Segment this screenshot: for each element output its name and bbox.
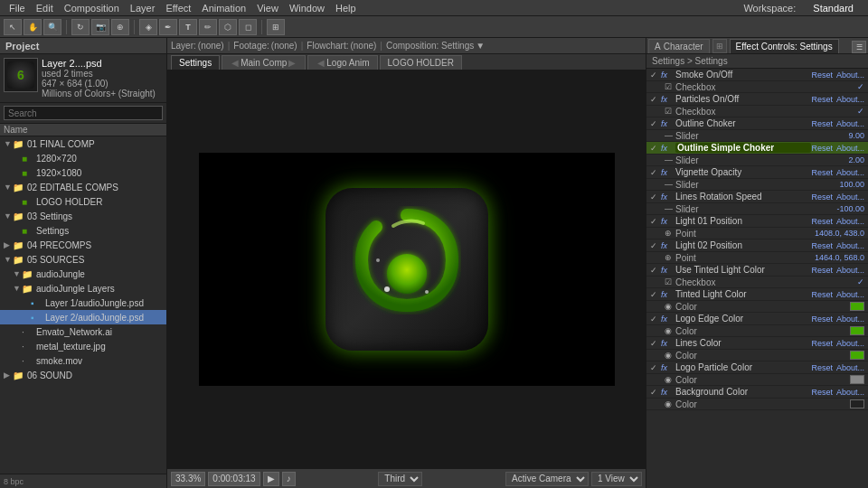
menu-animation[interactable]: Animation [196,3,251,14]
tree-item[interactable]: ■LOGO HOLDER [0,194,166,209]
effect-sub-row[interactable]: ◉ Color [646,325,868,337]
effect-about-btn[interactable]: About... [836,192,864,202]
menu-help[interactable]: Help [330,3,362,14]
tree-item[interactable]: ▼📁01 FINAL COMP [0,136,166,151]
menu-view[interactable]: View [251,3,284,14]
effect-visibility[interactable]: ✓ [650,314,661,324]
effect-sub-row[interactable]: ☑ Checkbox ✓ [646,106,868,117]
effect-about-btn[interactable]: About... [836,144,864,153]
effect-header-row[interactable]: ✓ fx Light 02 Position Reset About... [646,239,868,252]
toolbar-pan[interactable]: ⊕ [111,19,129,35]
effect-sub-row[interactable]: — Slider 100.00 [646,179,868,191]
effect-sub-row[interactable]: ◉ Color [646,374,868,386]
effect-header-row[interactable]: ✓ fx Vignette Opacity Reset About... [646,166,868,179]
tree-item[interactable]: ▼📁audioJungle Layers [0,281,166,296]
effect-visibility[interactable]: ✓ [650,217,661,226]
effect-reset-btn[interactable]: Reset [811,314,833,324]
effect-visibility[interactable]: ✓ [650,95,661,104]
tree-item[interactable]: ▼📁03 Settings [0,209,166,223]
tree-item[interactable]: ▼📁02 EDITABLE COMPS [0,180,166,194]
effect-header-row[interactable]: ✓ fx Use Tinted Light Color Reset About.… [646,264,868,277]
toolbar-zoom[interactable]: 🔍 [43,19,61,35]
effect-visibility[interactable]: ✓ [650,388,661,397]
effect-about-btn[interactable]: About... [836,314,864,324]
menu-file[interactable]: File [4,3,31,14]
toolbar-pen[interactable]: ✒ [159,19,177,35]
effect-about-btn[interactable]: About... [836,70,864,80]
effect-reset-btn[interactable]: Reset [811,168,833,177]
effect-about-btn[interactable]: About... [836,217,864,226]
tree-item[interactable]: ·smoke.mov [0,353,166,368]
effect-sub-row[interactable]: — Slider 9.00 [646,130,868,142]
toolbar-text[interactable]: T [179,19,197,35]
tab-icon1[interactable]: ⊞ [712,39,727,53]
audio-btn[interactable]: ♪ [282,472,296,486]
effect-reset-btn[interactable]: Reset [811,339,833,348]
time-btn[interactable]: 0:00:03:13 [208,472,259,486]
tree-item[interactable]: ▶📁06 SOUND [0,368,166,382]
effect-about-btn[interactable]: About... [836,339,864,348]
effect-about-btn[interactable]: About... [836,95,864,104]
effect-visibility[interactable]: ✓ [650,168,661,177]
effect-header-row[interactable]: ✓ fx Lines Color Reset About... [646,337,868,350]
effect-sub-row[interactable]: ☑ Checkbox ✓ [646,277,868,288]
panel-menu-btn[interactable]: ☰ [852,41,866,53]
tree-item[interactable]: ·metal_texture.jpg [0,339,166,353]
effect-header-row[interactable]: ✓ fx Outline Choker Reset About... [646,117,868,130]
tree-item[interactable]: ■1920×1080 [0,165,166,180]
effect-sub-row[interactable]: ☑ Checkbox ✓ [646,81,868,93]
effect-reset-btn[interactable]: Reset [811,70,833,80]
effect-about-btn[interactable]: About... [836,241,864,250]
effect-about-btn[interactable]: About... [836,363,864,372]
effect-sub-row[interactable]: ◉ Color [646,399,868,410]
effect-header-row[interactable]: ✓ fx Light 01 Position Reset About... [646,215,868,228]
effect-about-btn[interactable]: About... [836,168,864,177]
effect-about-btn[interactable]: About... [836,266,864,275]
effect-sub-row[interactable]: ◉ Color [646,350,868,361]
effect-visibility[interactable]: ✓ [650,266,661,275]
tree-item[interactable]: ▶📁04 PRECOMPS [0,238,166,252]
menu-effect[interactable]: Effect [160,3,196,14]
effect-about-btn[interactable]: About... [836,119,864,128]
effect-visibility[interactable]: ✓ [650,70,661,80]
effect-reset-btn[interactable]: Reset [811,144,833,153]
effect-reset-btn[interactable]: Reset [811,388,833,397]
comp-tab-main[interactable]: ◀ Main Comp ▶ [222,55,306,70]
effect-sub-row[interactable]: — Slider -100.00 [646,203,868,215]
color-swatch[interactable] [850,375,864,384]
comp-tab-logo-anim[interactable]: ◀ Logo Anim [307,55,377,70]
effect-header-row[interactable]: ✓ fx Logo Edge Color Reset About... [646,313,868,325]
tree-item[interactable]: ▪Layer 1/audioJungle.psd [0,296,166,310]
tree-item[interactable]: ·Envato_Network.ai [0,324,166,339]
effect-reset-btn[interactable]: Reset [811,241,833,250]
effect-header-row[interactable]: ✓ fx Outline Simple Choker Reset About..… [646,142,868,155]
zoom-btn[interactable]: 33.3% [171,472,205,486]
menu-composition[interactable]: Composition [59,3,125,14]
color-swatch[interactable] [850,326,864,335]
views-select[interactable]: 1 View [591,472,642,486]
tab-character[interactable]: A Character [648,39,710,53]
effect-header-row[interactable]: ✓ fx Particles On/Off Reset About... [646,93,868,106]
effect-reset-btn[interactable]: Reset [811,95,833,104]
tab-effect-controls[interactable]: Effect Controls: Settings [730,39,839,53]
tree-item[interactable]: ▼📁05 SOURCES [0,252,166,267]
effect-sub-row[interactable]: ⊕ Point 1464.0, 568.0 [646,252,868,264]
effect-visibility[interactable]: ✓ [650,144,661,153]
tree-item[interactable]: ■1280×720 [0,151,166,165]
toolbar-mask[interactable]: ◈ [139,19,157,35]
comp-tab-logo-holder[interactable]: LOGO HOLDER [380,55,462,70]
toolbar-camera[interactable]: 📷 [91,19,109,35]
comp-tab-settings[interactable]: Settings [171,55,220,70]
toolbar-rotate[interactable]: ↻ [71,19,90,35]
effect-header-row[interactable]: ✓ fx Tinted Light Color Reset About... [646,288,868,301]
menu-window[interactable]: Window [284,3,330,14]
effect-visibility[interactable]: ✓ [650,241,661,250]
color-swatch[interactable] [850,302,864,311]
effect-header-row[interactable]: ✓ fx Logo Particle Color Reset About... [646,361,868,374]
toolbar-hand[interactable]: ✋ [24,19,42,35]
effect-reset-btn[interactable]: Reset [811,290,833,299]
effect-reset-btn[interactable]: Reset [811,119,833,128]
comp-dropdown-icon[interactable]: ▼ [476,41,485,51]
effect-header-row[interactable]: ✓ fx Background Color Reset About... [646,386,868,399]
tree-item[interactable]: ▪Layer 2/audioJungle.psd [0,310,166,324]
